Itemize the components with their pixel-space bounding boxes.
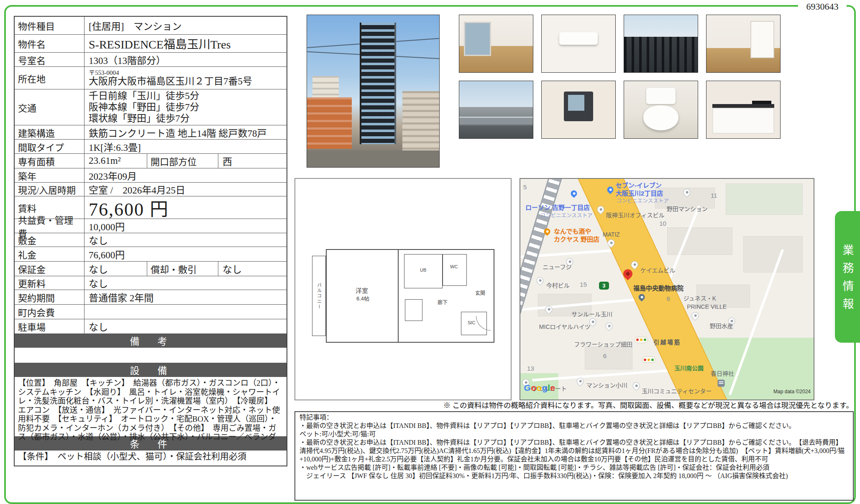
note-paragraph: ・webサービス広告掲載 [許可]・転載事前連絡 [不要]・画像の転載 [可能]… [299, 463, 849, 472]
highway [459, 117, 533, 126]
photo-city-view [459, 81, 533, 139]
table-row: 契約期間普通借家 2年間 [15, 290, 287, 305]
access-cell: 千日前線「玉川」徒歩5分 阪神本線「野田」徒歩7分 環状線「野田」徒歩7分 [84, 89, 287, 125]
map-label: 引越場筋 [653, 338, 681, 346]
row-value: 10,000円 [84, 219, 287, 233]
note-paragraph: ・最新の空き状況とお申込は【ITANDI BB】、物件資料は【リアプロ】【リアプ… [299, 422, 849, 430]
table-row: 間取タイプ1K[洋:6.3畳] [15, 140, 287, 154]
row-value: 2023年09月 [84, 168, 287, 182]
row-label: 現況/入居時期 [15, 183, 84, 196]
air-conditioner-unit [559, 32, 598, 45]
balcony-area: バルコニー [312, 256, 326, 336]
row-value: なし [84, 262, 147, 276]
row-label: 開口部方位 [147, 154, 218, 168]
table-row: 物件種目[住居用] マンション [15, 17, 287, 35]
remarks-header: 備 考 [15, 334, 287, 348]
row-value: なし [84, 276, 287, 290]
floor-plan: バルコニー 洋室 6.4帖 廊下 玄関 SIC UB WC [312, 249, 494, 343]
map-label: 13 [527, 365, 534, 372]
row-label: 礼金 [15, 247, 84, 261]
table-row: 更新料なし [15, 276, 287, 290]
row-label: 所在地 [15, 67, 84, 89]
row-value: 23.61m² [84, 154, 147, 168]
business-info-tab[interactable]: 業務情報 [835, 211, 860, 343]
map-label: ジュネス・K [683, 294, 716, 302]
photo-air-conditioner [541, 15, 616, 73]
property-table: 物件種目[住居用] マンション 物件名S-RESIDENCE福島玉川Tres 号… [14, 16, 287, 466]
table-row: 保証金 なし 償却・敷引 なし [15, 262, 287, 276]
balcony-label: バルコニー [316, 283, 322, 310]
map-label: 今村ビル [546, 281, 570, 289]
row-value: 1K[洋:6.3畳] [84, 140, 287, 153]
wc-label: WC [450, 264, 458, 269]
map-label: なんでも酒や [554, 227, 591, 235]
map-label: 玉川コミュニティセンター [642, 387, 712, 395]
table-row: 敷金なし [15, 233, 287, 247]
table-row: 専有面積 23.61m² 開口部方位 西 [15, 154, 287, 168]
map-label: セブン-イレブン [616, 181, 662, 189]
property-name: S-RESIDENCE福島玉川Tres [84, 35, 287, 52]
map-label: ニューフジ [543, 262, 571, 271]
map-label: マンション小川 [586, 381, 627, 389]
remarks-body [15, 348, 287, 363]
map-attribution: Map data ©2024 [773, 389, 811, 395]
row-value: なし [84, 233, 287, 247]
row-label: 交通 [15, 89, 84, 125]
disclaimer-text: ※ この資料は物件の概略紹介資料になります。写真、間取図面、設備、概要などが現況… [226, 400, 853, 410]
photo-room-hallway [706, 15, 781, 73]
door [750, 21, 774, 58]
map-label: 大阪玉川2丁目店 [616, 188, 663, 197]
map-pin-flower-shop-hosoda [604, 321, 614, 331]
row-value: 普通借家 2年間 [84, 290, 287, 304]
map-label: ローソン 吉野一丁目店 [525, 203, 590, 211]
intercom-screen [568, 95, 584, 111]
document-number: 6930643 [798, 0, 847, 13]
map-label: 玉川南公園 [674, 364, 704, 372]
table-row: 礼金76,600円 [15, 247, 287, 262]
ub-label: UB [420, 267, 426, 272]
map-label: 5 [523, 183, 527, 191]
map-label: サンルール玉川 [571, 310, 612, 318]
row-label: 物件名 [15, 35, 84, 52]
row-value: なし [84, 319, 287, 333]
table-row: 交通 千日前線「玉川」徒歩5分 阪神本線「野田」徒歩7分 環状線「野田」徒歩7分 [15, 89, 287, 125]
row-label: 更新料 [15, 276, 84, 290]
route-shield: 3 [599, 282, 609, 290]
row-label: 保証金 [15, 262, 84, 276]
map-label: 阪神玉川オフィスビル [606, 211, 665, 219]
toilet-bowl [643, 105, 678, 130]
table-row: 号室名1303（13階部分） [15, 53, 287, 67]
city-block [585, 346, 632, 369]
entrance-label: 玄関 [475, 289, 485, 296]
photo-toilet [624, 81, 698, 139]
access-line: 千日前線「玉川」徒歩5分 [89, 90, 200, 102]
map-pin-imamura-bldg [535, 275, 545, 285]
row-label: 町内会費 [15, 305, 84, 319]
floor-plan-box: バルコニー 洋室 6.4帖 廊下 玄関 SIC UB WC [294, 178, 512, 400]
balcony-railing [624, 37, 698, 72]
table-row: 物件名S-RESIDENCE福島玉川Tres [15, 35, 287, 53]
row-label: 駐車場 [15, 319, 84, 333]
business-info-tab-label: 業務情報 [840, 238, 856, 316]
hall-label: 廊下 [438, 298, 448, 305]
shrine-icon [718, 379, 725, 387]
table-row: 築年2023年09月 [15, 168, 287, 183]
map-pin-community-center [631, 381, 641, 391]
row-label: 築年 [15, 168, 84, 182]
kitchen-area [405, 299, 422, 321]
photo-building-exterior [307, 15, 440, 168]
access-line: 阪神本線「野田」徒歩7分 [89, 102, 200, 113]
row-value: 西 [218, 154, 287, 168]
map-label: 6 [667, 295, 670, 302]
row-value: 鉄筋コンクリート造 地上14階 総戸数78戸 [84, 125, 287, 139]
row-value: [住居用] マンション [84, 17, 287, 34]
main-building [360, 23, 396, 144]
equipment-header: 設 備 [15, 363, 287, 377]
postal-code: 〒553-0004 [89, 69, 119, 76]
kitchen-cabinet [712, 108, 774, 134]
countertop [712, 104, 774, 108]
table-row: 所在地 〒553-0004 大阪府大阪市福島区玉川２丁目7番5号 [15, 67, 287, 89]
toilet-tank [646, 88, 676, 104]
map-label: PRINCE VILLE [687, 303, 727, 310]
city-block [667, 227, 732, 255]
